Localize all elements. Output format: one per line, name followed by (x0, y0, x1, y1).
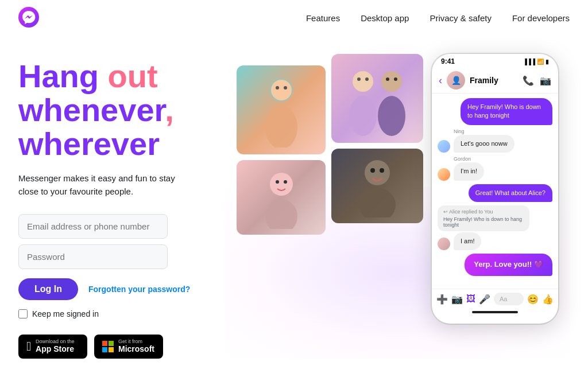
title-whenever: whenever (18, 92, 165, 128)
like-icon[interactable]: 👍 (542, 294, 554, 305)
photo-person-4 (331, 149, 423, 223)
voice-call-button[interactable]: 📞 (523, 75, 534, 86)
back-button[interactable]: ‹ (439, 75, 442, 87)
chat-messages: Hey Framily! Who is down to hang tonight… (432, 94, 558, 289)
svg-point-14 (270, 173, 293, 196)
sender-ning: Ning (454, 129, 552, 134)
right-panel: 9:41 ▐▐▐ 📶 ▮ ‹ 👤 Framily 📞 📷 (214, 48, 570, 359)
photo-top-right (331, 54, 423, 143)
hero-title: Hang out whenever, wherever (18, 60, 202, 161)
photo-top-left (237, 65, 326, 154)
microsoft-store-button[interactable]: Get it from Microsoft (94, 335, 163, 359)
nav-privacy[interactable]: Privacy & safety (430, 13, 492, 23)
svg-point-20 (370, 168, 375, 173)
app-store-button[interactable]:  Download on the App Store (18, 335, 87, 359)
svg-point-15 (265, 199, 297, 229)
alice-reply-group: ↩ Alice replied to You Hey Framily! Who … (438, 205, 552, 250)
photo-bottom-left (237, 160, 326, 235)
message-6: Yerp. Love you!! 💜 (465, 254, 552, 275)
microsoft-store-text: Get it from Microsoft (118, 339, 154, 354)
gallery-icon[interactable]: 🖼 (466, 294, 475, 304)
reply-bubble: ↩ Alice replied to You Hey Framily! Who … (438, 205, 529, 231)
message-5: I am! (454, 232, 481, 250)
ms-yellow-square (109, 347, 114, 352)
alice-message-row: I am! (438, 232, 552, 250)
keep-signed-checkbox[interactable] (18, 309, 28, 318)
wifi-icon: 📶 (537, 59, 544, 65)
chat-avatar: 👤 (447, 71, 465, 90)
microsoft-top-label: Get it from (118, 339, 154, 344)
svg-point-2 (265, 106, 297, 147)
hero-subtitle: Messenger makes it easy and fun to stay … (18, 172, 179, 198)
forgot-password-link[interactable]: Forgotten your password? (88, 285, 190, 294)
svg-point-11 (378, 96, 405, 136)
title-hang: Hang (18, 58, 99, 94)
phone-status-icons: ▐▐▐ 📶 ▮ (523, 59, 549, 65)
svg-point-16 (276, 180, 279, 184)
message-3-group: Gordon I'm in! (438, 156, 552, 180)
svg-point-8 (357, 77, 361, 81)
message-3: I'm in! (454, 162, 484, 180)
login-row: Log In Forgotten your password? (18, 278, 202, 300)
input-placeholder: Aa (500, 296, 507, 302)
phone-mockup: 9:41 ▐▐▐ 📶 ▮ ‹ 👤 Framily 📞 📷 (432, 54, 558, 324)
password-input[interactable] (18, 244, 168, 269)
photo-person-3 (237, 160, 326, 235)
reply-quoted: Hey Framily! Who is down to hang tonight (443, 216, 524, 228)
chat-header: ‹ 👤 Framily 📞 📷 (432, 68, 558, 94)
ning-avatar (438, 140, 450, 153)
svg-point-12 (386, 77, 389, 81)
photo-person-2 (331, 54, 423, 143)
navbar: Features Desktop app Privacy & safety Fo… (0, 0, 588, 37)
phone-home-indicator[interactable] (472, 311, 518, 313)
photos-collage (231, 48, 449, 209)
message-input[interactable]: Aa (494, 293, 524, 305)
svg-point-19 (359, 188, 396, 217)
phone-status-bar: 9:41 ▐▐▐ 📶 ▮ (432, 54, 558, 68)
svg-point-6 (353, 71, 373, 92)
title-out: out (108, 58, 158, 94)
ms-red-square (102, 341, 107, 346)
svg-point-3 (271, 80, 292, 100)
nav-features[interactable]: Features (306, 13, 340, 23)
mic-icon[interactable]: 🎤 (479, 294, 490, 305)
login-form (18, 214, 202, 269)
svg-point-18 (365, 160, 390, 185)
apple-icon:  (26, 339, 31, 354)
battery-icon: ▮ (546, 59, 549, 65)
microsoft-icon (102, 341, 114, 352)
phone-time: 9:41 (441, 57, 455, 65)
message-1: Hey Framily! Who is down to hang tonight (461, 98, 552, 125)
svg-point-4 (276, 86, 279, 90)
login-button[interactable]: Log In (18, 278, 78, 300)
keep-signed-label: Keep me signed in (32, 309, 99, 318)
reply-header: ↩ Alice replied to You (443, 209, 524, 215)
svg-point-7 (349, 96, 377, 136)
svg-point-13 (394, 77, 397, 81)
app-store-text: Download on the App Store (36, 339, 75, 354)
left-panel: Hang out whenever, wherever Messenger ma… (18, 48, 202, 359)
email-input[interactable] (18, 214, 168, 239)
video-call-button[interactable]: 📷 (540, 75, 551, 86)
svg-point-17 (284, 180, 287, 184)
chat-action-buttons: 📞 📷 (523, 75, 551, 86)
camera-icon[interactable]: 📷 (451, 294, 463, 305)
main-content: Hang out whenever, wherever Messenger ma… (0, 37, 588, 359)
message-4: Great! What about Alice? (469, 184, 552, 202)
microsoft-main-label: Microsoft (118, 344, 154, 354)
svg-point-10 (381, 71, 402, 92)
signal-icon: ▐▐▐ (523, 59, 535, 65)
message-2-group: Ning Let's gooo noww (438, 129, 552, 153)
logo[interactable] (18, 7, 39, 30)
message-2-row: Let's gooo noww (438, 135, 552, 153)
emoji-icon[interactable]: 😊 (527, 294, 539, 305)
store-buttons:  Download on the App Store Get it from … (18, 335, 202, 359)
nav-developers[interactable]: For developers (512, 13, 570, 23)
gordon-avatar (438, 168, 450, 181)
keep-signed-row: Keep me signed in (18, 309, 202, 318)
sender-gordon: Gordon (454, 156, 552, 162)
photo-bottom-right (331, 149, 423, 223)
title-wherever: wherever (18, 126, 160, 162)
add-icon[interactable]: ➕ (436, 294, 448, 305)
nav-desktop[interactable]: Desktop app (361, 13, 409, 23)
